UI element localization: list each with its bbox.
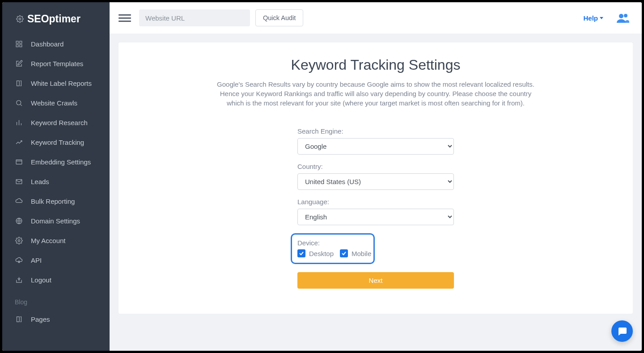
svg-rect-6 <box>16 160 22 164</box>
language-label: Language: <box>297 198 454 206</box>
menu-toggle-icon[interactable] <box>119 12 131 24</box>
globe-icon <box>15 217 23 225</box>
sidebar-item-white-label[interactable]: White Label Reports <box>2 73 110 93</box>
device-label: Device: <box>297 239 368 247</box>
svg-point-0 <box>19 18 21 20</box>
sidebar-item-bulk-reporting[interactable]: Bulk Reporting <box>2 191 110 211</box>
dashboard-icon <box>15 40 23 48</box>
svg-point-9 <box>18 240 20 241</box>
logout-icon <box>15 276 23 284</box>
files-icon <box>15 79 23 87</box>
sidebar-nav: Dashboard Report Templates White Label R… <box>2 34 110 290</box>
mail-icon <box>15 177 23 185</box>
svg-rect-3 <box>16 44 18 46</box>
settings-form: Search Engine: Google Country: United St… <box>297 127 454 289</box>
sidebar-item-keyword-research[interactable]: Keyword Research <box>2 113 110 132</box>
sidebar-item-label: Keyword Research <box>31 119 88 126</box>
sidebar-item-label: Logout <box>31 276 51 284</box>
pages-icon <box>15 315 23 323</box>
page-description: Google's Search Results vary by country … <box>215 80 537 108</box>
embed-icon <box>15 158 23 166</box>
sidebar-item-domain-settings[interactable]: Domain Settings <box>2 211 110 231</box>
sidebar-item-report-templates[interactable]: Report Templates <box>2 54 110 73</box>
sidebar-item-label: Embedding Settings <box>31 158 91 166</box>
checkbox-checked-icon <box>340 249 348 257</box>
device-mobile-checkbox[interactable]: Mobile <box>340 249 371 257</box>
sidebar-item-label: Leads <box>31 178 49 185</box>
sidebar-item-api[interactable]: API <box>2 250 110 270</box>
sidebar-item-label: My Account <box>31 237 66 244</box>
quick-audit-button[interactable]: Quick Audit <box>255 9 303 26</box>
sidebar-item-my-account[interactable]: My Account <box>2 231 110 250</box>
svg-rect-1 <box>16 41 18 43</box>
sidebar-section-blog: Blog <box>2 290 110 309</box>
logo[interactable]: SEOptimer <box>2 2 110 34</box>
bar-chart-icon <box>15 118 23 126</box>
sidebar-item-label: Report Templates <box>31 60 83 67</box>
topbar: Quick Audit Help <box>110 2 642 34</box>
sidebar-item-label: Dashboard <box>31 40 64 48</box>
sidebar-item-leads[interactable]: Leads <box>2 172 110 191</box>
caret-down-icon <box>600 17 603 19</box>
country-select[interactable]: United States (US) <box>297 173 454 190</box>
edit-icon <box>15 59 23 67</box>
svg-point-11 <box>624 14 627 17</box>
sidebar: SEOptimer Dashboard Report Templates Whi… <box>2 2 110 351</box>
sidebar-item-label: Pages <box>31 315 50 323</box>
sidebar-blog-nav: Pages <box>2 309 110 329</box>
help-dropdown[interactable]: Help <box>583 14 603 22</box>
sidebar-item-label: Bulk Reporting <box>31 198 75 205</box>
sidebar-item-dashboard[interactable]: Dashboard <box>2 34 110 54</box>
sidebar-item-label: White Label Reports <box>31 80 92 87</box>
sidebar-item-keyword-tracking[interactable]: Keyword Tracking <box>2 132 110 152</box>
gear-icon <box>15 236 23 244</box>
checkbox-checked-icon <box>297 249 305 257</box>
svg-rect-4 <box>19 44 21 46</box>
language-select[interactable]: English <box>297 209 454 225</box>
logo-text: SEOptimer <box>27 13 80 25</box>
settings-card: Keyword Tracking Settings Google's Searc… <box>119 42 633 314</box>
sidebar-item-label: Website Crawls <box>31 99 77 107</box>
search-icon <box>15 99 23 107</box>
device-desktop-label: Desktop <box>309 250 334 257</box>
website-url-input[interactable] <box>139 9 250 26</box>
page-title: Keyword Tracking Settings <box>136 57 615 73</box>
help-label: Help <box>583 14 598 22</box>
api-icon <box>15 256 23 264</box>
sidebar-item-embedding[interactable]: Embedding Settings <box>2 152 110 172</box>
device-desktop-checkbox[interactable]: Desktop <box>297 249 334 257</box>
logo-gear-icon <box>16 15 24 23</box>
svg-point-10 <box>619 14 623 18</box>
search-engine-label: Search Engine: <box>297 127 454 135</box>
country-label: Country: <box>297 163 454 170</box>
sidebar-item-label: API <box>31 256 42 264</box>
cloud-icon <box>15 197 23 205</box>
main-area: Quick Audit Help Keyword Tracking Settin… <box>110 2 642 351</box>
search-engine-select[interactable]: Google <box>297 138 454 155</box>
next-button[interactable]: Next <box>297 272 454 289</box>
chat-widget-icon[interactable] <box>611 320 633 342</box>
trend-icon <box>15 138 23 146</box>
sidebar-item-pages[interactable]: Pages <box>2 309 110 329</box>
svg-point-5 <box>16 100 21 105</box>
device-mobile-label: Mobile <box>352 250 371 257</box>
svg-rect-2 <box>19 41 21 43</box>
sidebar-item-logout[interactable]: Logout <box>2 270 110 290</box>
sidebar-item-website-crawls[interactable]: Website Crawls <box>2 93 110 113</box>
device-box: Device: Desktop Mobile <box>291 233 375 264</box>
sidebar-item-label: Domain Settings <box>31 217 80 225</box>
sidebar-item-label: Keyword Tracking <box>31 139 84 146</box>
users-icon[interactable] <box>617 13 629 23</box>
content-wrap: Keyword Tracking Settings Google's Searc… <box>110 34 642 351</box>
